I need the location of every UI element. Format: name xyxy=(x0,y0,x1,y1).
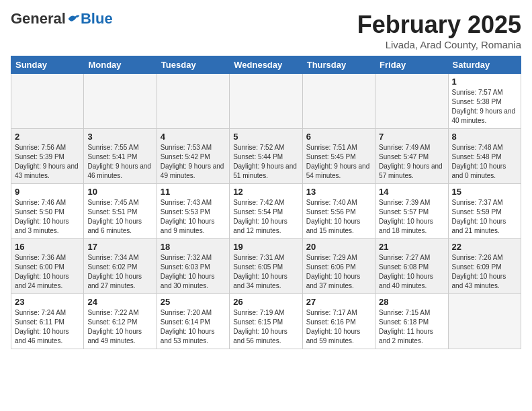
day-number: 24 xyxy=(87,297,152,307)
calendar-cell xyxy=(302,74,375,129)
calendar-week-row: 1Sunrise: 7:57 AM Sunset: 5:38 PM Daylig… xyxy=(11,74,521,129)
day-number: 23 xyxy=(15,297,80,307)
day-number: 27 xyxy=(306,297,371,307)
calendar-cell: 19Sunrise: 7:31 AM Sunset: 6:05 PM Dayli… xyxy=(230,239,302,294)
day-info: Sunrise: 7:20 AM Sunset: 6:14 PM Dayligh… xyxy=(161,308,226,346)
day-number: 22 xyxy=(452,242,517,252)
day-info: Sunrise: 7:17 AM Sunset: 6:16 PM Dayligh… xyxy=(306,308,371,346)
day-number: 6 xyxy=(306,132,371,142)
day-info: Sunrise: 7:40 AM Sunset: 5:56 PM Dayligh… xyxy=(306,198,371,236)
weekday-header-row: SundayMondayTuesdayWednesdayThursdayFrid… xyxy=(11,56,521,74)
logo-general-text: General xyxy=(11,11,66,27)
calendar-cell: 20Sunrise: 7:29 AM Sunset: 6:06 PM Dayli… xyxy=(302,239,375,294)
calendar-cell: 22Sunrise: 7:26 AM Sunset: 6:09 PM Dayli… xyxy=(448,239,521,294)
day-info: Sunrise: 7:48 AM Sunset: 5:48 PM Dayligh… xyxy=(452,143,517,181)
day-number: 12 xyxy=(233,187,298,197)
calendar-cell: 3Sunrise: 7:55 AM Sunset: 5:41 PM Daylig… xyxy=(84,129,157,184)
day-info: Sunrise: 7:27 AM Sunset: 6:08 PM Dayligh… xyxy=(379,253,444,291)
day-info: Sunrise: 7:26 AM Sunset: 6:09 PM Dayligh… xyxy=(452,253,517,291)
calendar-week-row: 2Sunrise: 7:56 AM Sunset: 5:39 PM Daylig… xyxy=(11,129,521,184)
calendar-table: SundayMondayTuesdayWednesdayThursdayFrid… xyxy=(11,56,521,349)
day-info: Sunrise: 7:51 AM Sunset: 5:45 PM Dayligh… xyxy=(306,143,371,181)
calendar-cell: 17Sunrise: 7:34 AM Sunset: 6:02 PM Dayli… xyxy=(84,239,157,294)
location-subtitle: Livada, Arad County, Romania xyxy=(357,39,521,50)
calendar-cell: 10Sunrise: 7:45 AM Sunset: 5:51 PM Dayli… xyxy=(84,184,157,239)
calendar-week-row: 23Sunrise: 7:24 AM Sunset: 6:11 PM Dayli… xyxy=(11,294,521,349)
day-info: Sunrise: 7:36 AM Sunset: 6:00 PM Dayligh… xyxy=(15,253,80,291)
page-header: General Blue February 2025 Livada, Arad … xyxy=(11,11,521,50)
day-number: 14 xyxy=(379,187,444,197)
calendar-cell: 13Sunrise: 7:40 AM Sunset: 5:56 PM Dayli… xyxy=(302,184,375,239)
day-info: Sunrise: 7:46 AM Sunset: 5:50 PM Dayligh… xyxy=(15,198,80,236)
calendar-week-row: 9Sunrise: 7:46 AM Sunset: 5:50 PM Daylig… xyxy=(11,184,521,239)
day-info: Sunrise: 7:42 AM Sunset: 5:54 PM Dayligh… xyxy=(233,198,298,236)
weekday-header-thursday: Thursday xyxy=(302,56,375,74)
day-number: 7 xyxy=(379,132,444,142)
calendar-cell: 8Sunrise: 7:48 AM Sunset: 5:48 PM Daylig… xyxy=(448,129,521,184)
weekday-header-wednesday: Wednesday xyxy=(230,56,302,74)
day-number: 21 xyxy=(379,242,444,252)
calendar-cell: 14Sunrise: 7:39 AM Sunset: 5:57 PM Dayli… xyxy=(375,184,448,239)
month-title: February 2025 xyxy=(357,11,521,39)
day-number: 20 xyxy=(306,242,371,252)
weekday-header-saturday: Saturday xyxy=(448,56,521,74)
calendar-cell: 27Sunrise: 7:17 AM Sunset: 6:16 PM Dayli… xyxy=(302,294,375,349)
day-number: 26 xyxy=(233,297,298,307)
calendar-cell: 21Sunrise: 7:27 AM Sunset: 6:08 PM Dayli… xyxy=(375,239,448,294)
day-info: Sunrise: 7:55 AM Sunset: 5:41 PM Dayligh… xyxy=(87,143,152,181)
calendar-cell: 23Sunrise: 7:24 AM Sunset: 6:11 PM Dayli… xyxy=(11,294,84,349)
day-info: Sunrise: 7:45 AM Sunset: 5:51 PM Dayligh… xyxy=(87,198,152,236)
calendar-cell xyxy=(84,74,157,129)
calendar-cell: 12Sunrise: 7:42 AM Sunset: 5:54 PM Dayli… xyxy=(230,184,302,239)
day-number: 13 xyxy=(306,187,371,197)
day-info: Sunrise: 7:29 AM Sunset: 6:06 PM Dayligh… xyxy=(306,253,371,291)
day-info: Sunrise: 7:39 AM Sunset: 5:57 PM Dayligh… xyxy=(379,198,444,236)
day-number: 28 xyxy=(379,297,444,307)
title-block: February 2025 Livada, Arad County, Roman… xyxy=(357,11,521,50)
day-number: 1 xyxy=(452,77,517,87)
calendar-cell: 7Sunrise: 7:49 AM Sunset: 5:47 PM Daylig… xyxy=(375,129,448,184)
day-number: 3 xyxy=(87,132,152,142)
calendar-cell: 16Sunrise: 7:36 AM Sunset: 6:00 PM Dayli… xyxy=(11,239,84,294)
day-number: 5 xyxy=(233,132,298,142)
day-number: 17 xyxy=(87,242,152,252)
calendar-cell: 18Sunrise: 7:32 AM Sunset: 6:03 PM Dayli… xyxy=(157,239,229,294)
weekday-header-friday: Friday xyxy=(375,56,448,74)
calendar-cell xyxy=(375,74,448,129)
day-info: Sunrise: 7:57 AM Sunset: 5:38 PM Dayligh… xyxy=(452,88,517,126)
day-info: Sunrise: 7:19 AM Sunset: 6:15 PM Dayligh… xyxy=(233,308,298,346)
day-number: 10 xyxy=(87,187,152,197)
day-number: 4 xyxy=(161,132,226,142)
calendar-cell: 24Sunrise: 7:22 AM Sunset: 6:12 PM Dayli… xyxy=(84,294,157,349)
day-info: Sunrise: 7:32 AM Sunset: 6:03 PM Dayligh… xyxy=(161,253,226,291)
day-info: Sunrise: 7:24 AM Sunset: 6:11 PM Dayligh… xyxy=(15,308,80,346)
day-number: 8 xyxy=(452,132,517,142)
day-number: 18 xyxy=(161,242,226,252)
calendar-cell xyxy=(448,294,521,349)
day-number: 2 xyxy=(15,132,80,142)
calendar-cell: 4Sunrise: 7:53 AM Sunset: 5:42 PM Daylig… xyxy=(157,129,229,184)
day-info: Sunrise: 7:37 AM Sunset: 5:59 PM Dayligh… xyxy=(452,198,517,236)
day-info: Sunrise: 7:22 AM Sunset: 6:12 PM Dayligh… xyxy=(87,308,152,346)
day-number: 16 xyxy=(15,242,80,252)
day-info: Sunrise: 7:56 AM Sunset: 5:39 PM Dayligh… xyxy=(15,143,80,181)
calendar-cell: 28Sunrise: 7:15 AM Sunset: 6:18 PM Dayli… xyxy=(375,294,448,349)
day-info: Sunrise: 7:43 AM Sunset: 5:53 PM Dayligh… xyxy=(161,198,226,236)
logo: General Blue xyxy=(11,11,113,27)
calendar-cell xyxy=(11,74,84,129)
weekday-header-tuesday: Tuesday xyxy=(157,56,229,74)
logo-blue-text: Blue xyxy=(81,11,113,27)
day-number: 19 xyxy=(233,242,298,252)
day-info: Sunrise: 7:49 AM Sunset: 5:47 PM Dayligh… xyxy=(379,143,444,181)
day-info: Sunrise: 7:31 AM Sunset: 6:05 PM Dayligh… xyxy=(233,253,298,291)
day-number: 9 xyxy=(15,187,80,197)
calendar-week-row: 16Sunrise: 7:36 AM Sunset: 6:00 PM Dayli… xyxy=(11,239,521,294)
day-number: 11 xyxy=(161,187,226,197)
day-info: Sunrise: 7:53 AM Sunset: 5:42 PM Dayligh… xyxy=(161,143,226,181)
calendar-cell: 5Sunrise: 7:52 AM Sunset: 5:44 PM Daylig… xyxy=(230,129,302,184)
calendar-cell: 9Sunrise: 7:46 AM Sunset: 5:50 PM Daylig… xyxy=(11,184,84,239)
calendar-cell: 26Sunrise: 7:19 AM Sunset: 6:15 PM Dayli… xyxy=(230,294,302,349)
calendar-cell: 1Sunrise: 7:57 AM Sunset: 5:38 PM Daylig… xyxy=(448,74,521,129)
day-number: 25 xyxy=(161,297,226,307)
day-info: Sunrise: 7:34 AM Sunset: 6:02 PM Dayligh… xyxy=(87,253,152,291)
